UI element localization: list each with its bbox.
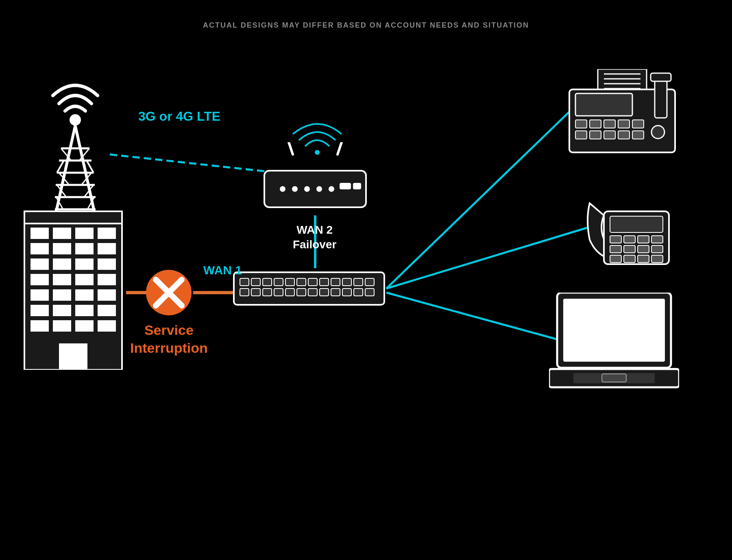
svg-rect-54 (285, 289, 294, 296)
svg-rect-107 (604, 120, 615, 128)
svg-rect-119 (624, 236, 635, 243)
label-wan1: WAN 1 (203, 263, 242, 277)
svg-point-31 (292, 186, 298, 192)
label-3g-lte: 3G or 4G LTE (138, 109, 220, 124)
svg-rect-45 (320, 278, 329, 286)
svg-rect-88 (30, 320, 49, 332)
svg-rect-65 (53, 228, 71, 239)
svg-rect-38 (240, 278, 249, 286)
svg-rect-131 (563, 299, 665, 362)
svg-rect-41 (274, 278, 283, 286)
svg-rect-134 (602, 374, 626, 382)
svg-rect-90 (75, 320, 94, 332)
svg-rect-106 (590, 120, 601, 128)
svg-rect-114 (632, 131, 644, 139)
svg-rect-78 (75, 274, 94, 285)
svg-rect-68 (30, 243, 49, 254)
svg-rect-66 (75, 228, 94, 239)
svg-rect-71 (98, 243, 116, 254)
svg-rect-82 (75, 289, 94, 301)
svg-rect-89 (53, 320, 71, 332)
svg-rect-118 (610, 236, 621, 243)
svg-rect-126 (610, 255, 621, 263)
svg-line-13 (57, 161, 64, 173)
svg-rect-67 (98, 228, 116, 239)
svg-rect-79 (98, 274, 116, 285)
svg-rect-56 (308, 289, 317, 296)
svg-rect-29 (264, 171, 366, 207)
svg-rect-42 (285, 278, 294, 286)
svg-rect-102 (575, 93, 632, 116)
svg-point-30 (280, 186, 285, 192)
svg-rect-76 (30, 274, 49, 285)
svg-line-14 (87, 161, 94, 173)
svg-point-33 (316, 186, 322, 192)
svg-rect-58 (331, 289, 340, 296)
svg-rect-50 (240, 289, 249, 296)
svg-rect-69 (53, 243, 71, 254)
svg-rect-104 (651, 73, 671, 81)
svg-rect-40 (263, 278, 272, 286)
svg-rect-123 (624, 245, 635, 253)
svg-rect-48 (354, 278, 363, 286)
label-service-interruption: Service Interruption (130, 321, 208, 357)
svg-rect-112 (604, 131, 615, 139)
svg-rect-43 (297, 278, 306, 286)
svg-rect-103 (655, 77, 667, 118)
svg-rect-73 (53, 258, 71, 270)
svg-rect-85 (53, 305, 71, 316)
desk-phone-icon (582, 187, 675, 268)
svg-point-32 (304, 186, 310, 192)
service-interruption-icon (144, 268, 193, 317)
svg-rect-129 (651, 255, 663, 263)
svg-rect-105 (575, 120, 587, 128)
svg-rect-75 (98, 258, 116, 270)
svg-rect-120 (638, 236, 649, 243)
svg-rect-36 (353, 183, 361, 189)
svg-rect-47 (342, 278, 351, 286)
svg-rect-117 (610, 216, 663, 232)
svg-point-34 (329, 186, 334, 192)
svg-rect-77 (53, 274, 71, 285)
svg-rect-122 (610, 245, 621, 253)
svg-rect-53 (274, 289, 283, 296)
router-icon (260, 142, 370, 215)
network-switch-icon (232, 264, 386, 313)
svg-rect-127 (624, 255, 635, 263)
svg-rect-91 (98, 320, 116, 332)
svg-line-4 (386, 112, 569, 289)
svg-rect-44 (308, 278, 317, 286)
svg-rect-125 (651, 245, 663, 253)
svg-rect-70 (75, 243, 94, 254)
svg-rect-74 (75, 258, 94, 270)
svg-rect-35 (340, 183, 351, 189)
svg-line-27 (289, 142, 293, 154)
svg-rect-72 (30, 258, 49, 270)
svg-line-6 (386, 293, 557, 339)
label-wan2-failover: WAN 2 Failover (293, 223, 336, 252)
svg-line-28 (338, 142, 342, 154)
building-icon (20, 195, 126, 370)
svg-rect-49 (365, 278, 374, 286)
cash-register-icon (565, 69, 679, 158)
svg-rect-111 (590, 131, 601, 139)
svg-rect-61 (365, 289, 374, 296)
svg-rect-108 (618, 120, 630, 128)
svg-rect-128 (638, 255, 649, 263)
svg-rect-64 (30, 228, 49, 239)
svg-rect-52 (263, 289, 272, 296)
svg-rect-81 (53, 289, 71, 301)
svg-line-5 (386, 228, 588, 289)
svg-rect-57 (320, 289, 329, 296)
svg-rect-39 (251, 278, 260, 286)
svg-rect-113 (618, 131, 630, 139)
svg-rect-110 (575, 131, 587, 139)
svg-point-8 (70, 114, 81, 126)
laptop-icon (549, 293, 679, 394)
svg-rect-83 (98, 289, 116, 301)
svg-point-115 (651, 126, 664, 139)
disclaimer-text: ACTUAL DESIGNS MAY DIFFER BASED ON ACCOU… (203, 21, 529, 30)
svg-rect-92 (59, 343, 87, 370)
svg-rect-109 (632, 120, 644, 128)
svg-rect-121 (651, 236, 663, 243)
